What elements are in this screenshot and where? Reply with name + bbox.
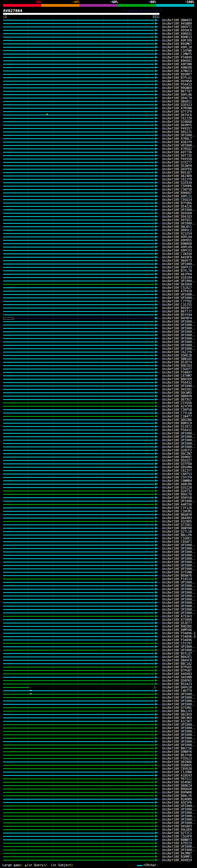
alignment-row[interactable]: UniRef100_Q6NYR0 — [0, 527, 197, 530]
subject-id-label[interactable]: UniRef100_A7SS63 — [162, 615, 192, 618]
subject-id-label[interactable]: UniRef100_A9PL10 — [162, 46, 192, 49]
subject-id-label[interactable]: UniRef100_P49357 — [162, 127, 192, 130]
alignment-row[interactable]: UniRef100_UPI000.. — [0, 442, 197, 445]
alignment-row[interactable]: UniRef100_B7FL78 — [0, 269, 197, 273]
alignment-row[interactable]: UniRef100_Q8W4V3 — [0, 19, 197, 22]
subject-id-label[interactable]: UniRef100_P34896-2 — [162, 632, 195, 635]
subject-id-label[interactable]: UniRef100_Q9CZN7 — [162, 452, 192, 456]
alignment-row[interactable]: UniRef100_C6ZJZ0 — [0, 117, 197, 120]
subject-id-label[interactable]: UniRef100_B4DZB5 — [162, 625, 192, 628]
subject-id-label[interactable]: UniRef100_Q8N1A5 — [162, 358, 192, 361]
subject-id-label[interactable]: UniRef100_UPI000.. — [162, 815, 195, 818]
alignment-row[interactable]: UniRef100_B9SMX7 — [0, 73, 197, 76]
subject-id-label[interactable]: UniRef100_C6HT53 — [162, 473, 192, 476]
subject-id-label[interactable]: UniRef100_Q53ET4 — [162, 361, 192, 364]
alignment-row[interactable]: UniRef100_P50432 — [0, 381, 197, 384]
subject-id-label[interactable]: UniRef100_UPI000.. — [162, 344, 195, 347]
alignment-row[interactable]: UniRef100_P34896 — [0, 638, 197, 642]
alignment-row[interactable]: UniRef100_Q9SUU0 — [0, 212, 197, 215]
alignment-row[interactable]: UniRef100_Q2TL58 — [0, 530, 197, 533]
subject-id-label[interactable]: UniRef100_Q54EW1 — [162, 781, 192, 784]
subject-id-label[interactable]: UniRef100_P34896-3 — [162, 635, 195, 638]
subject-id-label[interactable]: UniRef100_Q5IWY0 — [162, 164, 192, 167]
subject-id-label[interactable]: UniRef100_A6RCR0 — [162, 483, 192, 486]
subject-id-label[interactable]: UniRef100_UPI000.. — [162, 805, 195, 808]
alignment-row[interactable]: UniRef100_Q5IWY0 — [0, 164, 197, 167]
subject-id-label[interactable]: UniRef100_B6KLY6 — [162, 795, 192, 798]
subject-id-label[interactable]: UniRef100_Q6AXB3 — [162, 517, 192, 520]
alignment-row[interactable]: UniRef100_A9PL09 — [0, 245, 197, 249]
alignment-row[interactable]: UniRef100_Q6C859 — [0, 713, 197, 716]
alignment-row[interactable]: UniRef100_B5Y594 — [0, 313, 197, 316]
alignment-row[interactable]: UniRef100_Q53ET7 — [0, 621, 197, 625]
subject-id-label[interactable]: UniRef100_C5KFS0 — [162, 188, 192, 191]
subject-id-label[interactable]: UniRef100_Q6NYR0 — [162, 527, 192, 530]
subject-id-label[interactable]: UniRef100_A9SHC0 — [162, 29, 192, 32]
subject-id-label[interactable]: UniRef100_UPI000.. — [162, 297, 195, 300]
subject-id-label[interactable]: UniRef100_P34899 — [162, 56, 192, 59]
subject-id-label[interactable]: UniRef100_UPI000.. — [162, 822, 195, 825]
alignment-row[interactable]: UniRef100_B9HV02 — [0, 59, 197, 63]
subject-id-label[interactable]: UniRef100_A9P855 — [162, 239, 192, 242]
alignment-row[interactable]: UniRef100_A4S9F8 — [0, 255, 197, 259]
alignment-row[interactable]: UniRef100_UPI000.. — [0, 435, 197, 438]
alignment-row[interactable]: UniRef100_Q7SXN1 — [0, 706, 197, 709]
alignment-row[interactable]: UniRef100_Q0OVT2 — [0, 25, 197, 29]
alignment-row[interactable]: UniRef100_A8J4R9 — [0, 174, 197, 178]
alignment-row[interactable]: UniRef100_Q7XZ77 — [0, 161, 197, 164]
alignment-row[interactable]: UniRef100_P34896-3 — [0, 635, 197, 638]
subject-id-label[interactable]: UniRef100_C1GDE1 — [162, 537, 192, 540]
alignment-row[interactable]: UniRef100_B4JM87 — [0, 852, 197, 855]
alignment-row[interactable]: UniRef100_UPI000.. — [0, 588, 197, 591]
alignment-row[interactable]: UniRef100_UPI000.. — [0, 320, 197, 323]
subject-id-label[interactable]: UniRef100_Q60V73 — [162, 259, 192, 262]
alignment-row[interactable]: UniRef100_B9GCT6 — [0, 493, 197, 496]
alignment-row[interactable]: UniRef100_C0NMB4 — [0, 479, 197, 483]
subject-id-label[interactable]: UniRef100_Q94C74 — [162, 97, 192, 100]
subject-id-label[interactable]: UniRef100_C5Y297 — [162, 642, 192, 645]
subject-id-label[interactable]: UniRef100_A8MYA6 — [162, 628, 192, 631]
alignment-row[interactable]: UniRef100_B9S9Y7 — [0, 306, 197, 310]
subject-id-label[interactable]: UniRef100_UPI000.. — [162, 591, 195, 594]
subject-id-label[interactable]: UniRef100_UPI000.. — [162, 581, 195, 584]
alignment-row[interactable]: UniRef100_A3CB05 — [0, 520, 197, 523]
subject-id-label[interactable]: UniRef100_UPI000.. — [162, 848, 195, 852]
subject-id-label[interactable]: UniRef100_UPI000.. — [162, 601, 195, 604]
subject-id-label[interactable]: UniRef100_Q8W4V3 — [162, 19, 192, 22]
alignment-row[interactable]: UniRef100_UPI000.. — [0, 499, 197, 503]
subject-id-label[interactable]: UniRef100_Q45FE6 — [162, 168, 192, 171]
alignment-row[interactable]: UniRef100_A9T735 — [0, 154, 197, 157]
alignment-row[interactable]: UniRef100_Q3SZ20 — [0, 486, 197, 489]
alignment-row[interactable]: UniRef100_UPI000.. — [0, 723, 197, 726]
subject-id-label[interactable]: UniRef100_A1CSK7 — [162, 720, 192, 723]
alignment-row[interactable]: UniRef100_Q7S5N8 — [0, 570, 197, 574]
alignment-row[interactable]: UniRef100_Q5RFK5 — [0, 679, 197, 682]
alignment-row[interactable]: UniRef100_A7R5N0 — [0, 106, 197, 110]
subject-id-label[interactable]: UniRef100_Q10D68 — [162, 120, 192, 123]
subject-id-label[interactable]: UniRef100_C0NMB4 — [162, 479, 192, 483]
subject-id-label[interactable]: UniRef100_A9PIN8 — [162, 63, 192, 66]
alignment-row[interactable]: UniRef100_A9SHC0 — [0, 29, 197, 32]
alignment-row[interactable]: UniRef100_Q10104 — [0, 276, 197, 279]
subject-id-label[interactable]: UniRef100_Q2TL58 — [162, 530, 192, 533]
alignment-row[interactable]: UniRef100_O23254 — [0, 232, 197, 235]
subject-id-label[interactable]: UniRef100_B6T7J7 — [162, 310, 192, 313]
subject-id-label[interactable]: UniRef100_C1MWT5 — [162, 53, 192, 56]
alignment-row[interactable]: UniRef100_B8NBY3 — [0, 838, 197, 841]
alignment-row[interactable]: UniRef100_Q00SC2 — [0, 228, 197, 232]
subject-id-label[interactable]: UniRef100_C5JDN8 — [162, 771, 192, 774]
alignment-row[interactable]: UniRef100_UPI000.. — [0, 144, 197, 147]
subject-id-label[interactable]: UniRef100_Q6TXG7 — [162, 398, 192, 401]
subject-id-label[interactable]: UniRef100_UPI000.. — [162, 608, 195, 611]
alignment-row[interactable]: UniRef100_B9Q6U0 — [0, 787, 197, 791]
alignment-row[interactable]: UniRef100_B8M1C0 — [0, 422, 197, 425]
subject-id-label[interactable]: UniRef100_Q6TUC6 — [162, 114, 192, 117]
subject-id-label[interactable]: UniRef100_UPI000.. — [162, 693, 195, 696]
alignment-row[interactable]: UniRef100_Q01D60 — [0, 283, 197, 286]
subject-id-label[interactable]: UniRef100_UPI000.. — [162, 347, 195, 350]
subject-id-label[interactable]: UniRef100_UPI000.. — [162, 323, 195, 327]
alignment-row[interactable]: UniRef100_B6T7J7 — [0, 310, 197, 313]
subject-id-label[interactable]: UniRef100_B4DJQ3 — [162, 364, 192, 367]
alignment-row[interactable]: UniRef100_A9LDD9 — [0, 828, 197, 831]
alignment-row[interactable]: UniRef100_Q4S803 — [0, 825, 197, 828]
